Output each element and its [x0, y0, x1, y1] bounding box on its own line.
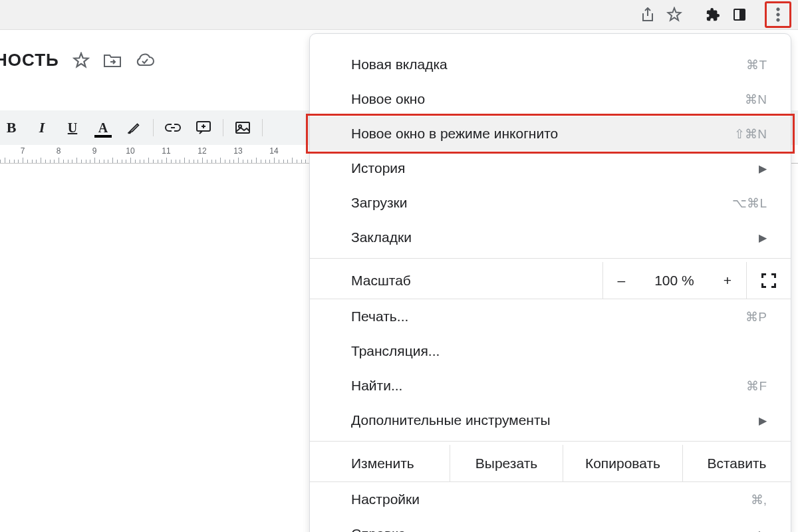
- submenu-arrow-icon: ▶: [759, 231, 767, 244]
- fullscreen-button[interactable]: [746, 262, 791, 299]
- menu-item-5[interactable]: Закладки▶: [310, 220, 791, 255]
- menu-item-label: История: [351, 160, 752, 176]
- toolbar-separator: [153, 119, 154, 136]
- ruler-number: 13: [233, 146, 242, 156]
- cloud-saved-icon[interactable]: [135, 53, 155, 68]
- menu-item-3[interactable]: История▶: [310, 151, 791, 186]
- submenu-arrow-icon: ▶: [759, 528, 767, 533]
- chrome-menu: Новая вкладка⌘TНовое окно⌘NНовое окно в …: [309, 33, 791, 532]
- menu-item-label: Новое окно в режиме инкогнито: [351, 126, 734, 142]
- insert-comment-button[interactable]: [192, 116, 215, 139]
- svg-point-1: [777, 13, 779, 16]
- menu-item-label: Дополнительные инструменты: [351, 412, 752, 428]
- zoom-in-button[interactable]: +: [709, 262, 746, 299]
- menu-separator: [310, 258, 791, 259]
- menu-item-label: Печать...: [351, 309, 745, 325]
- edit-label: Изменить: [310, 445, 450, 481]
- menu-item-0[interactable]: Новая вкладка⌘T: [310, 47, 791, 82]
- ruler-number: 12: [198, 146, 206, 156]
- cut-button[interactable]: Вырезать: [450, 445, 563, 481]
- doc-title-partial: НОСТЬ: [0, 50, 59, 70]
- side-panel-icon[interactable]: [726, 1, 753, 28]
- text-color-button[interactable]: A: [92, 116, 114, 139]
- fullscreen-icon: [761, 273, 776, 288]
- menu-item-label: Справка: [351, 526, 752, 532]
- menu-item-20[interactable]: Настройки⌘,: [310, 482, 791, 517]
- zoom-value: 100 %: [640, 262, 709, 299]
- menu-item-label: Загрузки: [351, 195, 732, 211]
- menu-item-label: Новое окно: [351, 91, 745, 107]
- zoom-row: Масштаб – 100 % +: [310, 262, 791, 299]
- ruler-number: 8: [57, 146, 61, 156]
- menu-item-label: Закладки: [351, 229, 752, 245]
- menu-item-4[interactable]: Загрузки⌥⌘L: [310, 186, 791, 220]
- menu-item-2[interactable]: Новое окно в режиме инкогнито⇧⌘N: [310, 116, 791, 151]
- menu-shortcut: ⌘T: [746, 57, 767, 72]
- menu-item-1[interactable]: Новое окно⌘N: [310, 82, 791, 116]
- menu-shortcut: ⌘P: [745, 309, 767, 325]
- bold-button[interactable]: B: [0, 116, 23, 139]
- move-folder-icon[interactable]: [103, 53, 122, 68]
- menu-item-label: Новая вкладка: [351, 57, 746, 72]
- highlight-button[interactable]: [122, 116, 145, 139]
- star-icon[interactable]: [661, 1, 688, 28]
- menu-item-label: Найти...: [351, 378, 746, 394]
- more-menu-button[interactable]: [765, 1, 791, 28]
- extensions-icon[interactable]: [700, 1, 726, 28]
- menu-shortcut: ⌘N: [745, 92, 767, 107]
- ruler-number: 11: [162, 146, 170, 156]
- copy-button[interactable]: Копировать: [563, 445, 682, 481]
- zoom-label: Масштаб: [351, 273, 602, 289]
- submenu-arrow-icon: ▶: [759, 414, 767, 427]
- menu-shortcut: ⇧⌘N: [734, 126, 767, 142]
- insert-link-button[interactable]: [162, 116, 184, 139]
- ruler-number: 9: [92, 146, 97, 156]
- toolbar-separator: [262, 119, 263, 136]
- italic-button[interactable]: I: [31, 116, 53, 139]
- share-icon[interactable]: [634, 1, 661, 28]
- submenu-arrow-icon: ▶: [759, 162, 767, 175]
- ruler-number: 7: [21, 146, 25, 156]
- menu-item-21[interactable]: Справка▶: [310, 517, 791, 532]
- menu-separator: [310, 441, 791, 442]
- ruler-number: 10: [126, 146, 134, 156]
- svg-rect-6: [236, 122, 249, 133]
- toolbar-separator: [223, 119, 223, 136]
- star-outline-icon[interactable]: [72, 52, 90, 69]
- menu-shortcut: ⌥⌘L: [732, 196, 767, 211]
- zoom-out-button[interactable]: –: [602, 262, 640, 299]
- svg-point-0: [777, 8, 779, 11]
- paste-button[interactable]: Вставить: [682, 445, 791, 481]
- underline-button[interactable]: U: [61, 116, 84, 139]
- menu-item-11[interactable]: Трансляция...: [310, 334, 791, 368]
- menu-item-label: Настройки: [351, 491, 751, 507]
- menu-item-12[interactable]: Найти...⌘F: [310, 368, 791, 403]
- svg-point-2: [777, 19, 779, 21]
- menu-item-label: Трансляция...: [351, 343, 767, 359]
- menu-item-13[interactable]: Дополнительные инструменты▶: [310, 403, 791, 438]
- menu-shortcut: ⌘F: [746, 378, 767, 394]
- edit-row: Изменить Вырезать Копировать Вставить: [310, 445, 791, 482]
- ruler-number: 14: [269, 146, 278, 156]
- browser-toolbar: [0, 0, 798, 30]
- menu-shortcut: ⌘,: [751, 492, 767, 507]
- menu-item-10[interactable]: Печать...⌘P: [310, 299, 791, 334]
- insert-image-button[interactable]: [231, 116, 254, 139]
